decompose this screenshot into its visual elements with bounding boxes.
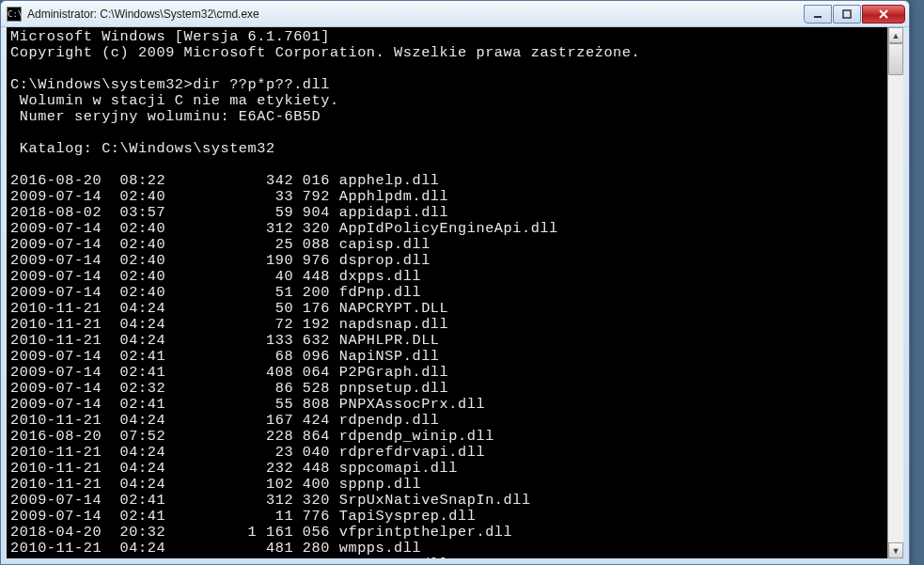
command-prompt-window: C:\ Administrator: C:\Windows\System32\c… <box>0 0 910 565</box>
svg-rect-1 <box>843 10 851 18</box>
console-output[interactable]: Microsoft Windows [Wersja 6.1.7601] Copy… <box>7 27 887 558</box>
vertical-scrollbar[interactable]: ▲ ▼ <box>887 27 903 558</box>
scroll-thumb[interactable] <box>888 43 903 75</box>
maximize-button[interactable] <box>833 5 861 24</box>
scroll-track[interactable] <box>888 43 903 542</box>
titlebar[interactable]: C:\ Administrator: C:\Windows\System32\c… <box>1 1 909 27</box>
minimize-button[interactable] <box>804 5 832 24</box>
client-area: Microsoft Windows [Wersja 6.1.7601] Copy… <box>7 27 903 558</box>
scroll-down-button[interactable]: ▼ <box>888 542 903 558</box>
close-button[interactable] <box>862 5 905 24</box>
window-title: Administrator: C:\Windows\System32\cmd.e… <box>27 8 803 21</box>
window-controls <box>803 5 905 24</box>
cmd-icon: C:\ <box>7 7 22 22</box>
scroll-up-button[interactable]: ▲ <box>888 27 903 43</box>
